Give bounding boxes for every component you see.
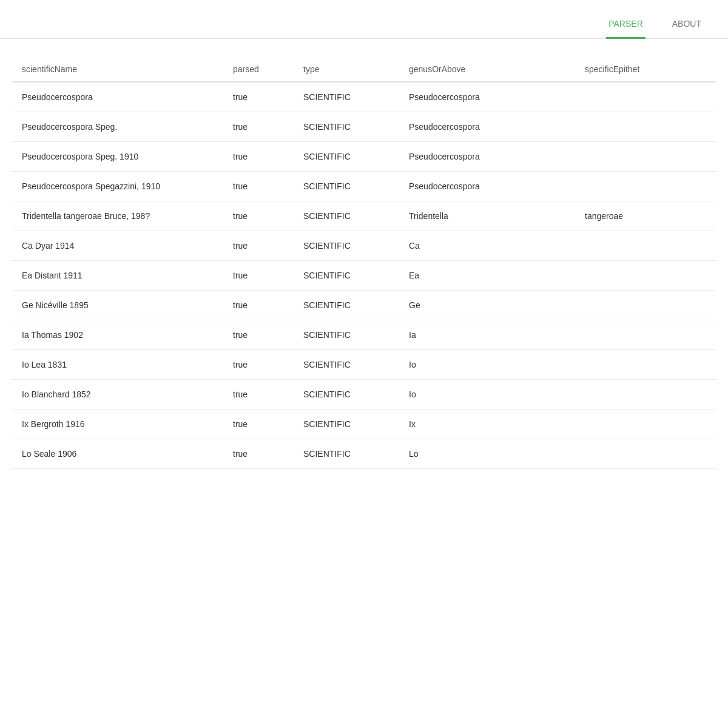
cell-specific-epithet (575, 172, 716, 201)
table-row: Io Lea 1831trueSCIENTIFICIo (12, 350, 716, 380)
cell-type: SCIENTIFIC (294, 201, 399, 231)
header-specific-epithet: specificEpithet (575, 57, 716, 82)
table-row: Pseudocercospora Spegazzini, 1910trueSCI… (12, 172, 716, 201)
cell-specific-epithet: tangeroae (575, 201, 716, 231)
cell-specific-epithet (575, 439, 716, 469)
cell-parsed: true (223, 82, 294, 112)
cell-scientific-name: Ix Bergroth 1916 (12, 410, 223, 439)
cell-scientific-name: Io Lea 1831 (12, 350, 223, 380)
cell-specific-epithet (575, 142, 716, 172)
cell-type: SCIENTIFIC (294, 380, 399, 410)
cell-genus-or-above: Ge (399, 291, 575, 320)
cell-parsed: true (223, 172, 294, 201)
cell-scientific-name: Ge Nicéville 1895 (12, 291, 223, 320)
cell-scientific-name: Ea Distant 1911 (12, 261, 223, 291)
cell-scientific-name: Io Blanchard 1852 (12, 380, 223, 410)
cell-specific-epithet (575, 410, 716, 439)
cell-scientific-name: Ia Thomas 1902 (12, 320, 223, 350)
cell-parsed: true (223, 142, 294, 172)
cell-specific-epithet (575, 380, 716, 410)
cell-specific-epithet (575, 261, 716, 291)
header-genus-or-above: genusOrAbove (399, 57, 575, 82)
cell-parsed: true (223, 410, 294, 439)
cell-type: SCIENTIFIC (294, 261, 399, 291)
cell-genus-or-above: Ea (399, 261, 575, 291)
cell-genus-or-above: Pseudocercospora (399, 142, 575, 172)
table-container: scientificName parsed type genusOrAbove … (0, 39, 728, 487)
table-row: Tridentella tangeroae Bruce, 198?trueSCI… (12, 201, 716, 231)
cell-parsed: true (223, 350, 294, 380)
cell-specific-epithet (575, 291, 716, 320)
cell-type: SCIENTIFIC (294, 350, 399, 380)
table-row: Lo Seale 1906trueSCIENTIFICLo (12, 439, 716, 469)
cell-parsed: true (223, 380, 294, 410)
table-row: Ca Dyar 1914trueSCIENTIFICCa (12, 231, 716, 261)
table-header-row: scientificName parsed type genusOrAbove … (12, 57, 716, 82)
cell-scientific-name: Pseudocercospora Speg. (12, 112, 223, 142)
data-table: scientificName parsed type genusOrAbove … (12, 57, 716, 469)
cell-scientific-name: Ca Dyar 1914 (12, 231, 223, 261)
cell-genus-or-above: Ix (399, 410, 575, 439)
cell-type: SCIENTIFIC (294, 142, 399, 172)
cell-type: SCIENTIFIC (294, 112, 399, 142)
cell-scientific-name: Lo Seale 1906 (12, 439, 223, 469)
nav-bar: PARSER ABOUT (0, 0, 728, 39)
cell-scientific-name: Pseudocercospora Spegazzini, 1910 (12, 172, 223, 201)
cell-genus-or-above: Io (399, 380, 575, 410)
cell-parsed: true (223, 201, 294, 231)
cell-type: SCIENTIFIC (294, 410, 399, 439)
page-wrapper: PARSER ABOUT scientificName parsed type … (0, 0, 728, 728)
cell-parsed: true (223, 112, 294, 142)
cell-genus-or-above: Lo (399, 439, 575, 469)
table-row: Pseudocercospora Speg.trueSCIENTIFICPseu… (12, 112, 716, 142)
cell-specific-epithet (575, 350, 716, 380)
header-parsed: parsed (223, 57, 294, 82)
cell-parsed: true (223, 439, 294, 469)
cell-parsed: true (223, 261, 294, 291)
tab-about[interactable]: ABOUT (670, 13, 704, 39)
cell-parsed: true (223, 231, 294, 261)
cell-specific-epithet (575, 231, 716, 261)
table-row: Io Blanchard 1852trueSCIENTIFICIo (12, 380, 716, 410)
cell-genus-or-above: Tridentella (399, 201, 575, 231)
cell-genus-or-above: Io (399, 350, 575, 380)
header-scientific-name: scientificName (12, 57, 223, 82)
cell-type: SCIENTIFIC (294, 320, 399, 350)
cell-parsed: true (223, 320, 294, 350)
cell-type: SCIENTIFIC (294, 82, 399, 112)
table-body: PseudocercosporatrueSCIENTIFICPseudocerc… (12, 82, 716, 469)
cell-scientific-name: Pseudocercospora Speg. 1910 (12, 142, 223, 172)
table-row: Ia Thomas 1902trueSCIENTIFICIa (12, 320, 716, 350)
cell-type: SCIENTIFIC (294, 291, 399, 320)
cell-parsed: true (223, 291, 294, 320)
nav-tabs: PARSER ABOUT (606, 12, 704, 38)
header-type: type (294, 57, 399, 82)
table-row: PseudocercosporatrueSCIENTIFICPseudocerc… (12, 82, 716, 112)
table-row: Ix Bergroth 1916trueSCIENTIFICIx (12, 410, 716, 439)
table-row: Pseudocercospora Speg. 1910trueSCIENTIFI… (12, 142, 716, 172)
tab-parser[interactable]: PARSER (606, 13, 645, 39)
cell-type: SCIENTIFIC (294, 172, 399, 201)
cell-genus-or-above: Ia (399, 320, 575, 350)
cell-specific-epithet (575, 320, 716, 350)
cell-genus-or-above: Pseudocercospora (399, 112, 575, 142)
cell-genus-or-above: Pseudocercospora (399, 82, 575, 112)
cell-genus-or-above: Ca (399, 231, 575, 261)
cell-scientific-name: Tridentella tangeroae Bruce, 198? (12, 201, 223, 231)
cell-specific-epithet (575, 82, 716, 112)
cell-genus-or-above: Pseudocercospora (399, 172, 575, 201)
table-row: Ea Distant 1911trueSCIENTIFICEa (12, 261, 716, 291)
cell-scientific-name: Pseudocercospora (12, 82, 223, 112)
cell-type: SCIENTIFIC (294, 231, 399, 261)
cell-specific-epithet (575, 112, 716, 142)
cell-type: SCIENTIFIC (294, 439, 399, 469)
table-row: Ge Nicéville 1895trueSCIENTIFICGe (12, 291, 716, 320)
